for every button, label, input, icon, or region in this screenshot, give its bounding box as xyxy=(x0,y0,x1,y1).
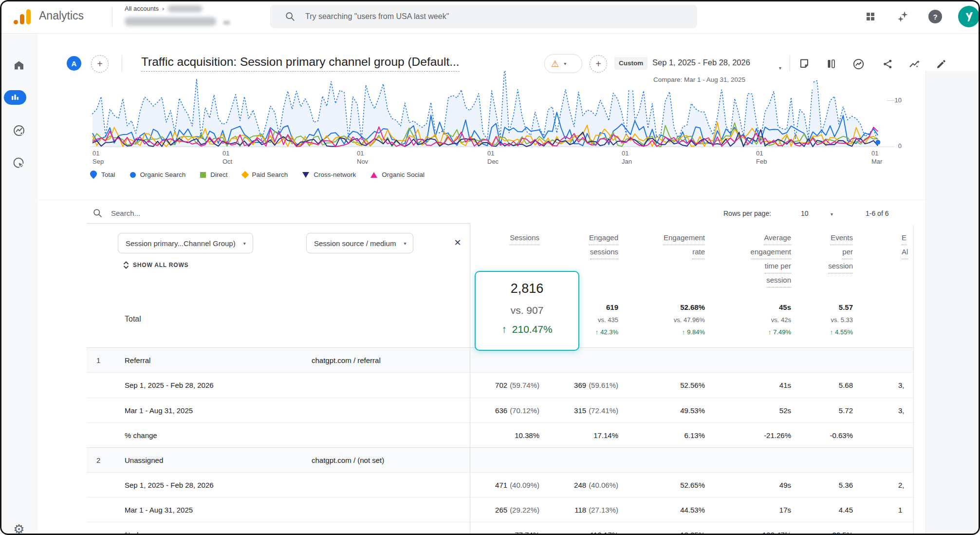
legend-item-paid-search[interactable]: Paid Search xyxy=(242,171,288,178)
compare-date-range: Compare: Mar 1 - Aug 31, 2025 xyxy=(653,76,745,83)
unfold-icon xyxy=(123,261,129,269)
cell-sessions: 471(40.09%) xyxy=(495,473,539,497)
report-collection-badge[interactable]: A xyxy=(67,56,81,71)
data-quality-warning-button[interactable]: ⚠ ▾ xyxy=(544,54,582,73)
up-arrow-icon: ↑ xyxy=(682,328,685,336)
search-icon xyxy=(285,11,296,22)
triangle-up-marker-icon xyxy=(370,172,377,178)
circle-marker-icon xyxy=(130,172,136,178)
global-search-bar[interactable]: Try searching "users from USA last week" xyxy=(270,5,697,28)
date-range-selector[interactable]: Sep 1, 2025 - Feb 28, 2026 xyxy=(652,58,750,67)
cell-events: 5.36 xyxy=(839,473,853,497)
column-header-avg-engagement-time[interactable]: Averageengagementtime persession xyxy=(751,231,791,287)
x-tick-nov: 01Nov xyxy=(357,149,368,166)
column-header-engagement-rate[interactable]: Engagementrate xyxy=(664,231,705,259)
comparison-columns-icon[interactable] xyxy=(825,57,837,70)
apps-grid-icon[interactable] xyxy=(864,10,877,23)
chart-endpoint-dot xyxy=(875,140,880,145)
help-icon[interactable]: ? xyxy=(928,10,942,23)
rows-per-page-caret-icon[interactable]: ▾ xyxy=(831,211,833,217)
cell-rate: 52.65% xyxy=(680,473,705,497)
column-header-events-per-session[interactable]: Eventspersession xyxy=(828,231,853,273)
nav-reports-item[interactable] xyxy=(0,86,38,109)
column-header-sessions[interactable]: Sessions xyxy=(510,231,539,245)
channel-name: Unassigned xyxy=(125,448,163,473)
triangle-down-marker-icon xyxy=(302,172,309,178)
insights-sparkline-icon[interactable] xyxy=(908,57,921,70)
legend-item-cross-network[interactable]: Cross-network xyxy=(302,171,356,178)
cell-time: 17s xyxy=(779,497,791,522)
sessions-total-highlight-cell[interactable]: 2,816 vs. 907 ↑210.47% xyxy=(475,271,579,351)
cell-time: 41s xyxy=(779,373,791,398)
table-row-referral[interactable]: 1 Referral chatgpt.com / referral xyxy=(87,347,913,373)
x-tick-mar: 01Mar xyxy=(871,149,882,166)
up-arrow-icon: ↑ xyxy=(501,324,507,335)
edit-pencil-icon[interactable] xyxy=(935,57,947,70)
rows-per-page-select[interactable]: 10 xyxy=(801,210,809,217)
gemini-sparkle-icon[interactable] xyxy=(896,10,910,23)
pin-marker-icon xyxy=(90,171,97,179)
section-divider xyxy=(38,200,925,200)
insights-gauge-icon[interactable] xyxy=(852,57,865,70)
period-label: Mar 1 - Aug 31, 2025 xyxy=(125,497,193,522)
row-number: 1 xyxy=(96,348,100,373)
primary-dimension-dropdown[interactable]: Session primary...Channel Group) ▾ xyxy=(118,233,253,253)
cell-time: 49s xyxy=(779,473,791,497)
cell-rate: 6.13% xyxy=(684,423,705,448)
nav-advertising-icon[interactable] xyxy=(0,152,38,175)
account-avatar[interactable] xyxy=(958,6,980,27)
breadcrumb[interactable]: All accounts › xyxy=(125,5,203,12)
nav-home-icon[interactable] xyxy=(0,54,38,77)
remove-dimension-button[interactable]: ✕ xyxy=(452,237,463,248)
cell-sessions: 10.38% xyxy=(515,423,539,448)
plus-glyph: + xyxy=(97,58,103,70)
nav-explore-icon[interactable] xyxy=(0,119,38,142)
date-range-caret-icon[interactable]: ▾ xyxy=(779,65,781,71)
cell-rate: 44.53% xyxy=(680,497,705,522)
x-tick-jan: 01Jan xyxy=(622,149,632,166)
x-tick-sep: 01Sep xyxy=(92,149,104,166)
period-row: Mar 1 - Aug 31, 2025 265(29.22%) 118(27.… xyxy=(87,497,913,522)
cell-engaged: 248(40.06%) xyxy=(574,473,618,497)
total-avg-engagement-time: 45svs. 42s ↑7.49% xyxy=(768,303,791,336)
table-right-border xyxy=(913,225,914,535)
total-engaged-sessions: 619vs. 435 ↑42.3% xyxy=(595,303,618,336)
breadcrumb-all-accounts[interactable]: All accounts xyxy=(125,5,159,12)
dimension-metric-divider xyxy=(470,223,470,535)
redacted-account-name xyxy=(167,5,203,12)
period-row: Sep 1, 2025 - Feb 28, 2026 702(59.74%) 3… xyxy=(87,372,913,398)
report-title[interactable]: Traffic acquisition: Session primary cha… xyxy=(141,55,460,72)
table-row-unassigned[interactable]: 2 Unassigned chatgpt.com / (not set) xyxy=(87,447,913,473)
table-search-input[interactable]: Search... xyxy=(111,209,140,217)
period-label: % change xyxy=(125,423,157,448)
cell-clipped: 3, xyxy=(898,373,905,398)
add-comparison-button[interactable]: + xyxy=(91,55,109,73)
sessions-total-vs: vs. 907 xyxy=(511,305,544,316)
redacted-property-name[interactable] xyxy=(125,17,216,26)
column-header-engaged-sessions[interactable]: Engagedsessions xyxy=(589,231,618,259)
cell-events: 4.45 xyxy=(839,497,853,522)
legend-item-total[interactable]: Total xyxy=(90,171,115,179)
column-header-clipped[interactable]: EAl xyxy=(902,231,908,259)
scroll-gutter[interactable] xyxy=(925,71,980,535)
report-notes-icon[interactable] xyxy=(798,57,811,70)
chevron-right-icon: › xyxy=(162,5,164,12)
top-app-bar: Analytics All accounts › Try searching "… xyxy=(0,0,980,34)
period-label: Mar 1 - Aug 31, 2025 xyxy=(125,398,193,423)
logo-bar-tall xyxy=(26,9,31,24)
legend-item-organic-search[interactable]: Organic Search xyxy=(130,171,186,178)
cell-rate: 18.25% xyxy=(680,522,705,535)
legend-item-direct[interactable]: Direct xyxy=(200,171,227,178)
share-icon[interactable] xyxy=(881,57,894,70)
period-row: Mar 1 - Aug 31, 2025 636(70.12%) 315(72.… xyxy=(87,398,913,423)
google-analytics-logo-icon[interactable] xyxy=(14,8,32,25)
diamond-marker-icon xyxy=(241,171,249,179)
admin-gear-icon[interactable]: ⚙ xyxy=(0,517,38,535)
source-medium: chatgpt.com / referral xyxy=(312,348,381,373)
secondary-dimension-dropdown[interactable]: Session source / medium ▾ xyxy=(306,233,413,253)
cell-clipped: 1 xyxy=(898,497,902,522)
show-all-rows-button[interactable]: SHOW ALL ROWS xyxy=(123,261,188,269)
add-filter-button[interactable]: + xyxy=(590,55,607,73)
cell-rate: 49.53% xyxy=(680,398,705,423)
legend-item-organic-social[interactable]: Organic Social xyxy=(370,171,425,178)
